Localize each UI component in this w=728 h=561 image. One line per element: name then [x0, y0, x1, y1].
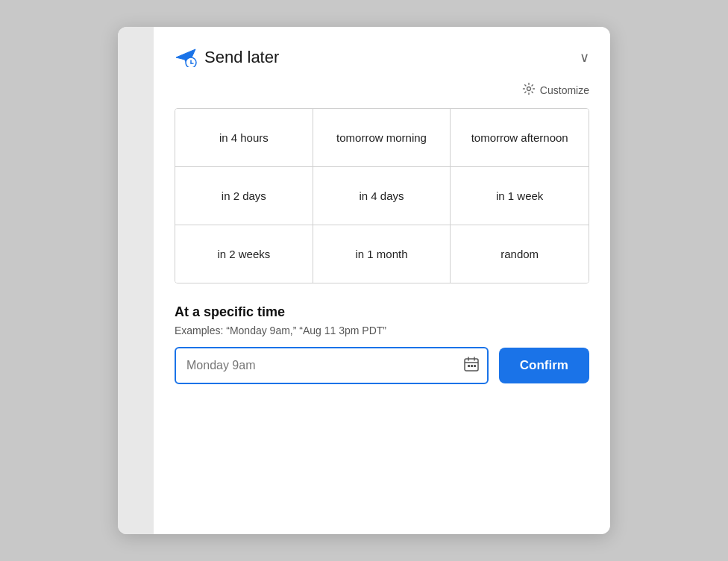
svg-point-3	[527, 87, 530, 91]
svg-rect-10	[474, 365, 476, 367]
grid-cell-in-4-hours[interactable]: in 4 hours	[175, 109, 313, 167]
send-later-panel: Send later ∨ Customize in 4 hours tomorr…	[118, 27, 610, 534]
time-input-wrapper	[175, 347, 489, 384]
customize-label: Customize	[540, 84, 589, 96]
grid-cell-in-4-days[interactable]: in 4 days	[313, 167, 451, 225]
grid-cell-tomorrow-afternoon[interactable]: tomorrow afternoon	[451, 109, 589, 167]
page-title: Send later	[204, 48, 279, 67]
specific-time-examples: Examples: “Monday 9am,” “Aug 11 3pm PDT”	[175, 325, 589, 336]
grid-cell-in-1-month[interactable]: in 1 month	[313, 225, 451, 283]
send-later-icon	[175, 48, 197, 67]
grid-cell-in-1-week[interactable]: in 1 week	[451, 167, 589, 225]
time-input[interactable]	[175, 347, 489, 384]
collapse-button[interactable]: ∨	[580, 49, 589, 66]
input-row: Confirm	[175, 347, 589, 384]
sidebar	[118, 27, 154, 534]
main-panel: Send later ∨ Customize in 4 hours tomorr…	[154, 27, 610, 534]
specific-time-title: At a specific time	[175, 304, 589, 320]
svg-rect-9	[471, 365, 473, 367]
grid-cell-random[interactable]: random	[451, 225, 589, 283]
grid-cell-in-2-days[interactable]: in 2 days	[175, 167, 313, 225]
grid-cell-tomorrow-morning[interactable]: tomorrow morning	[313, 109, 451, 167]
customize-row[interactable]: Customize	[175, 82, 589, 98]
header: Send later ∨	[175, 48, 589, 67]
schedule-grid: in 4 hours tomorrow morning tomorrow aft…	[175, 108, 589, 283]
specific-time-section: At a specific time Examples: “Monday 9am…	[175, 304, 589, 384]
confirm-button[interactable]: Confirm	[499, 348, 589, 383]
svg-rect-8	[468, 365, 470, 367]
grid-cell-in-2-weeks[interactable]: in 2 weeks	[175, 225, 313, 283]
calendar-icon	[463, 356, 480, 375]
gear-icon	[522, 82, 536, 98]
header-left: Send later	[175, 48, 279, 67]
